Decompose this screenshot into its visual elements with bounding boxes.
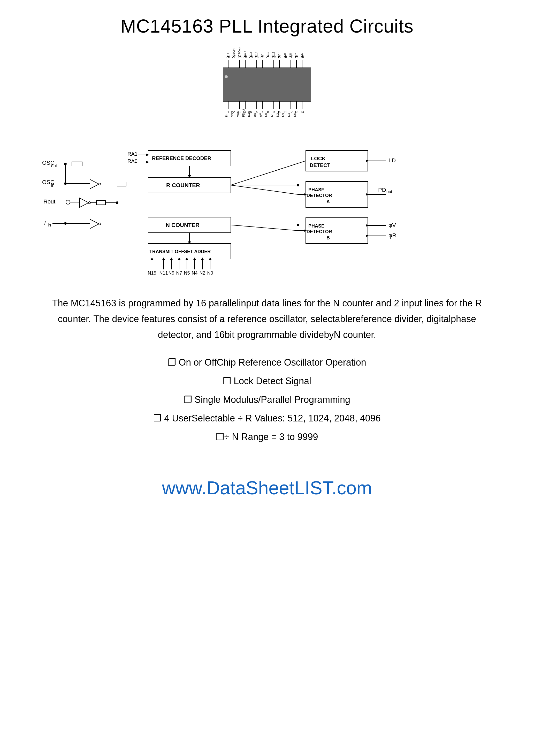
svg-text:14: 14: [300, 110, 304, 114]
svg-text:in: in: [48, 223, 51, 227]
svg-text:out: out: [51, 164, 57, 168]
svg-text:φR: φR: [388, 232, 396, 239]
svg-text:REFERENCE DECODER: REFERENCE DECODER: [152, 155, 211, 161]
svg-line-179: [231, 225, 298, 230]
svg-text:8: 8: [267, 110, 269, 114]
svg-text:N2: N2: [276, 113, 279, 117]
feature-1: ❒ On or OffChip Reference Oscillator Ope…: [86, 353, 448, 372]
svg-text:N12: N12: [266, 52, 269, 57]
svg-text:VSS: VSS: [230, 111, 234, 117]
svg-text:N9: N9: [168, 270, 174, 276]
svg-text:12: 12: [289, 110, 293, 114]
ic-package-diagram: 1 2 3 4 5 6 7 8 9 10 11 12 13 14 fin VSS…: [176, 47, 358, 120]
svg-text:VDD: VDD: [236, 111, 239, 117]
svg-text:Rout: Rout: [43, 198, 55, 205]
svg-text:N15: N15: [249, 52, 252, 57]
svg-text:N5: N5: [293, 113, 296, 117]
svg-text:RA1: RA1: [127, 151, 138, 157]
svg-text:N7: N7: [176, 270, 182, 276]
svg-text:1: 1: [227, 110, 229, 114]
svg-text:out: out: [387, 190, 392, 194]
svg-text:f: f: [44, 220, 46, 226]
svg-marker-116: [90, 219, 99, 229]
svg-text:B: B: [327, 235, 330, 240]
svg-text:fin: fin: [225, 114, 228, 117]
svg-text:N14: N14: [255, 52, 258, 57]
svg-text:N5: N5: [184, 270, 190, 276]
svg-marker-130: [146, 161, 149, 163]
svg-text:N7: N7: [295, 53, 298, 57]
svg-text:RA0: RA0: [127, 158, 138, 164]
svg-rect-0: [223, 68, 311, 101]
svg-line-176: [231, 185, 298, 194]
svg-text:N0: N0: [207, 270, 213, 276]
svg-rect-108: [96, 201, 105, 205]
svg-marker-185: [366, 193, 369, 196]
diagram-area: 1 2 3 4 5 6 7 8 9 10 11 12 13 14 fin VSS…: [21, 47, 513, 285]
svg-marker-167: [366, 159, 369, 162]
svg-text:N4: N4: [192, 270, 198, 276]
svg-text:N2: N2: [199, 270, 205, 276]
svg-text:PHASE: PHASE: [308, 187, 324, 192]
svg-rect-88: [72, 162, 82, 166]
svg-text:R COUNTER: R COUNTER: [166, 182, 200, 188]
svg-marker-191: [366, 234, 369, 237]
svg-line-164: [231, 161, 306, 185]
svg-text:10: 10: [278, 110, 281, 114]
svg-text:TRANSMIT OFFSET ADDER: TRANSMIT OFFSET ADDER: [149, 249, 211, 254]
feature-4: ❒ 4 UserSelectable ÷ R Values: 512, 1024…: [86, 409, 448, 428]
svg-text:N10: N10: [278, 52, 281, 57]
svg-text:Rout: Rout: [244, 51, 247, 57]
svg-text:OSCin: OSCin: [232, 49, 235, 57]
page-title: MC145163 PLL Integrated Circuits: [21, 15, 513, 37]
svg-text:φV: φV: [388, 222, 396, 228]
website-url: www.DataSheetLIST.com: [21, 477, 513, 499]
svg-marker-188: [366, 224, 369, 227]
feature-3: ❒ Single Modulus/Parallel Programming: [86, 391, 448, 409]
svg-point-103: [66, 200, 70, 204]
svg-text:PD: PD: [378, 187, 386, 193]
svg-marker-127: [146, 153, 149, 156]
svg-text:RA0: RA0: [248, 111, 251, 117]
svg-text:LOCK: LOCK: [311, 156, 326, 161]
svg-text:N1: N1: [270, 113, 274, 117]
svg-text:in: in: [51, 183, 54, 187]
svg-text:φV: φV: [259, 113, 262, 117]
svg-text:LD: LD: [227, 53, 229, 57]
svg-marker-104: [80, 198, 89, 207]
svg-text:PHASE: PHASE: [308, 223, 324, 229]
svg-text:N9: N9: [283, 53, 286, 57]
svg-marker-95: [90, 179, 99, 189]
svg-text:DETECTOR: DETECTOR: [307, 193, 332, 198]
svg-text:N0: N0: [265, 113, 268, 117]
features-list: ❒ On or OffChip Reference Oscillator Ope…: [86, 353, 448, 446]
svg-text:DETECTOR: DETECTOR: [307, 229, 332, 234]
svg-text:N4: N4: [287, 113, 290, 117]
svg-text:A: A: [327, 199, 330, 204]
svg-text:DETECT: DETECT: [310, 162, 330, 168]
description: The MC145163 is programmed by 16 paralle…: [47, 295, 487, 343]
svg-text:LD: LD: [388, 157, 396, 164]
block-diagram: OSC out OSC in Rout: [34, 124, 500, 285]
svg-text:φR: φR: [253, 113, 256, 117]
svg-text:OSCout: OSCout: [238, 47, 241, 57]
svg-point-1: [225, 75, 228, 78]
feature-5: ❒÷ N Range = 3 to 9999: [86, 428, 448, 446]
svg-text:N3: N3: [282, 113, 285, 117]
svg-text:11: 11: [283, 110, 287, 114]
feature-2: ❒ Lock Detect Signal: [86, 372, 448, 391]
svg-text:N8: N8: [289, 53, 292, 57]
svg-text:N COUNTER: N COUNTER: [166, 222, 200, 228]
svg-text:13: 13: [295, 110, 298, 114]
svg-text:N6: N6: [300, 53, 304, 57]
svg-text:PDout: PDout: [242, 109, 245, 117]
svg-text:N11: N11: [272, 52, 275, 57]
svg-text:N13: N13: [260, 52, 264, 57]
svg-text:9: 9: [273, 110, 275, 114]
svg-text:N15: N15: [147, 270, 156, 276]
svg-text:N11: N11: [159, 270, 168, 276]
